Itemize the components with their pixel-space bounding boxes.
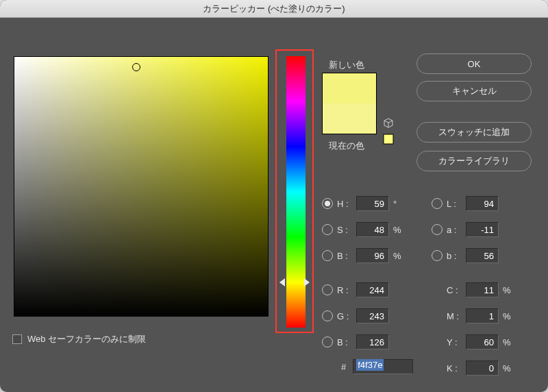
- input-a[interactable]: [466, 222, 499, 237]
- input-lab-b[interactable]: [466, 248, 499, 263]
- websafe-row: Web セーフカラーのみに制限: [12, 333, 146, 345]
- cancel-label: キャンセル: [452, 85, 497, 97]
- input-hsb-b[interactable]: [356, 248, 389, 263]
- input-s[interactable]: [356, 222, 389, 237]
- label-hsb-b: B :: [337, 251, 356, 261]
- label-m: M :: [447, 311, 466, 321]
- color-swatch: [322, 73, 377, 134]
- label-h: H :: [337, 199, 356, 209]
- input-y[interactable]: [466, 334, 499, 350]
- radio-g[interactable]: [322, 310, 333, 321]
- row-hsb-b: B : %: [322, 247, 403, 265]
- label-g: G :: [337, 311, 356, 321]
- input-m[interactable]: [466, 308, 499, 323]
- hex-value: f4f37e: [356, 359, 384, 371]
- content-area: 新しい色 現在の色 OK キャンセル スウォッチに追加 カラーライブラリ H :…: [0, 18, 548, 392]
- hex-prefix: #: [341, 362, 346, 372]
- cancel-button[interactable]: キャンセル: [416, 81, 532, 101]
- radio-s[interactable]: [322, 224, 333, 235]
- square-icon[interactable]: [382, 133, 395, 147]
- label-l: L :: [447, 199, 466, 209]
- radio-l[interactable]: [432, 198, 443, 209]
- swatch-new-color: [323, 73, 376, 103]
- radio-r[interactable]: [322, 284, 333, 295]
- unit-hsb-b: %: [393, 251, 403, 261]
- svg-rect-0: [384, 134, 393, 144]
- hex-input[interactable]: f4f37e: [353, 359, 413, 374]
- library-label: カラーライブラリ: [438, 155, 510, 167]
- unit-m: %: [503, 311, 512, 321]
- input-k[interactable]: [466, 360, 499, 376]
- row-h: H : °: [322, 195, 403, 212]
- row-rgb-b: B :: [322, 333, 389, 351]
- new-color-label: 新しい色: [329, 59, 364, 71]
- unit-y: %: [503, 337, 512, 347]
- input-r[interactable]: [356, 282, 389, 297]
- label-lab-b: b :: [447, 251, 466, 261]
- saturation-value-field[interactable]: [14, 56, 269, 317]
- unit-h: °: [393, 199, 403, 209]
- label-a: a :: [447, 225, 466, 235]
- hex-row: # f4f37e: [341, 359, 413, 374]
- hue-slider-right-caret[interactable]: [304, 278, 310, 286]
- hue-strip[interactable]: [286, 56, 306, 328]
- label-rgb-b: B :: [337, 337, 356, 347]
- input-rgb-b[interactable]: [356, 334, 389, 350]
- cube-icon[interactable]: [382, 117, 395, 131]
- color-library-button[interactable]: カラーライブラリ: [416, 151, 532, 171]
- window-title: カラーピッカー (べた塗りのカラー): [203, 3, 345, 15]
- unit-s: %: [393, 225, 403, 235]
- row-g: G :: [322, 307, 389, 325]
- input-c[interactable]: [466, 282, 499, 297]
- radio-a[interactable]: [432, 224, 443, 235]
- radio-rgb-b[interactable]: [322, 336, 333, 347]
- unit-k: %: [503, 363, 512, 373]
- label-r: R :: [337, 285, 356, 295]
- ok-label: OK: [468, 59, 481, 69]
- hue-slider-left-caret[interactable]: [279, 278, 285, 286]
- row-y: Y : %: [447, 333, 512, 351]
- row-lab-b: b :: [432, 247, 499, 265]
- hue-strip-highlight: [275, 49, 314, 333]
- row-r: R :: [322, 281, 389, 299]
- row-s: S : %: [322, 221, 403, 238]
- websafe-label: Web セーフカラーのみに制限: [27, 333, 146, 345]
- window-titlebar: カラーピッカー (べた塗りのカラー): [0, 0, 548, 18]
- label-c: C :: [447, 285, 466, 295]
- input-h[interactable]: [356, 196, 389, 211]
- input-l[interactable]: [466, 196, 499, 211]
- radio-hsb-b[interactable]: [322, 250, 333, 261]
- current-color-label: 現在の色: [329, 140, 364, 152]
- row-m: M : %: [447, 307, 512, 325]
- websafe-checkbox[interactable]: [12, 334, 22, 344]
- sv-cursor: [132, 63, 140, 71]
- add-swatch-label: スウォッチに追加: [438, 126, 510, 138]
- radio-h[interactable]: [322, 198, 333, 209]
- row-k: K : %: [447, 359, 512, 377]
- label-s: S :: [337, 225, 356, 235]
- radio-lab-b[interactable]: [432, 250, 443, 261]
- input-g[interactable]: [356, 308, 389, 323]
- swatch-current-color[interactable]: [323, 103, 376, 134]
- row-a: a :: [432, 221, 499, 238]
- row-c: C : %: [447, 281, 512, 299]
- add-swatch-button[interactable]: スウォッチに追加: [416, 122, 532, 143]
- label-y: Y :: [447, 337, 466, 347]
- color-picker-window: カラーピッカー (べた塗りのカラー) 新しい色 現在の色 OK キャンセル スウ…: [0, 0, 548, 392]
- label-k: K :: [447, 363, 466, 373]
- ok-button[interactable]: OK: [416, 53, 532, 74]
- unit-c: %: [503, 285, 512, 295]
- row-l: L :: [432, 195, 499, 212]
